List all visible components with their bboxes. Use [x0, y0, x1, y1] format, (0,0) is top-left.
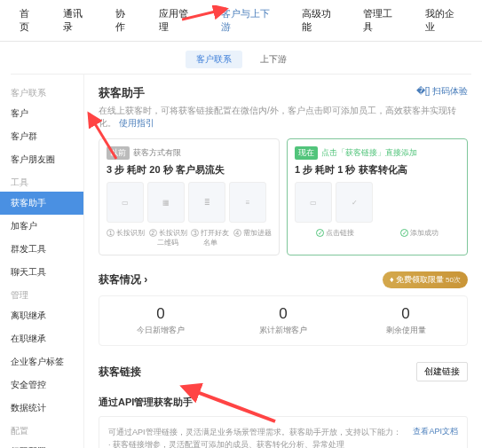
subtab-customer[interactable]: 客户联系 [186, 51, 242, 68]
thumb-icon: ≡ [229, 182, 266, 223]
sidebar: 客户联系 客户 客户群 客户朋友圈 工具 获客助手 加客户 群发工具 聊天工具 … [0, 75, 84, 448]
sidebar-group: 客户联系 [0, 82, 83, 102]
sidebar-item-perm[interactable]: 权限配置 [0, 440, 83, 448]
caption: ✓点击链接 [295, 228, 375, 238]
nav-apps[interactable]: 应用管理 [146, 0, 209, 41]
thumb-icon: ≣ [188, 182, 225, 223]
nav-advanced[interactable]: 高级功能 [289, 0, 352, 41]
sidebar-item-group[interactable]: 客户群 [0, 125, 83, 148]
stat-item: 0剩余使用量 [344, 305, 467, 336]
nav-customers[interactable]: 客户与上下游 [209, 0, 289, 41]
caption: 3打开好友名单 [191, 228, 230, 248]
nav-contacts[interactable]: 通讯录 [51, 0, 103, 41]
sidebar-item-customer[interactable]: 客户 [0, 102, 83, 125]
thumb-icon: ▦ [147, 182, 185, 223]
top-nav: 首页 通讯录 协作 应用管理 客户与上下游 高级功能 管理工具 我的企业 [0, 0, 482, 42]
sidebar-group: 工具 [0, 171, 83, 192]
caption: 2长按识别二维码 [149, 228, 188, 248]
sidebar-group: 管理 [0, 284, 83, 304]
sidebar-item-add[interactable]: 加客户 [0, 215, 83, 238]
section-title: 获客情况 › [99, 272, 147, 287]
thumb-icon: ▭ [295, 182, 332, 223]
section-title: 获客链接 [99, 365, 141, 380]
api-title: 通过API管理获客助手 [99, 396, 468, 409]
create-link-button[interactable]: 创建链接 [416, 362, 468, 381]
api-desc: 可通过API管理链接，灵活满足业务场景管理需求。获客助手开放，支持以下能力： [108, 426, 458, 438]
subtab-supply[interactable]: 上下游 [249, 51, 297, 68]
caption: ✓添加成功 [379, 228, 460, 238]
thumb-icon: ▭ [107, 182, 144, 223]
stats-row: 0今日新增客户 0累计新增客户 0剩余使用量 [99, 295, 468, 346]
stat-item: 0今日新增客户 [99, 305, 222, 336]
api-box: 查看API文档 可通过API管理链接，灵活满足业务场景管理需求。获客助手开放，支… [99, 416, 468, 448]
card-title: 1 步 耗时 1 秒 获客转化高 [295, 163, 460, 177]
nav-collab[interactable]: 协作 [103, 0, 146, 41]
caption: 4需加进题 [233, 228, 273, 248]
sidebar-item-acquire[interactable]: 获客助手 [0, 192, 83, 215]
sidebar-item-tags[interactable]: 企业客户标签 [0, 350, 83, 373]
main-content: �[] 扫码体验 获客助手 在线上获客时，可将获客链接配置在微信内/外，客户点击… [84, 75, 482, 448]
api-desc: · 获客链接增参，灵活配置可添加的成员、获客转化分析、异常处理 [108, 438, 458, 448]
card-title: 3 步 耗时 20 秒 客户易流失 [107, 163, 272, 177]
sidebar-item-stats[interactable]: 数据统计 [0, 397, 83, 420]
sub-tabs: 客户联系 上下游 [11, 45, 471, 75]
nav-tools[interactable]: 管理工具 [351, 0, 413, 41]
scan-link[interactable]: �[] 扫码体验 [416, 85, 468, 98]
badge-before: 以前 [107, 146, 130, 160]
sidebar-item-security[interactable]: 安全管控 [0, 373, 83, 397]
sidebar-item-moments[interactable]: 客户朋友圈 [0, 148, 83, 171]
sidebar-item-chat[interactable]: 聊天工具 [0, 261, 83, 284]
sidebar-item-resign[interactable]: 离职继承 [0, 304, 83, 327]
thumb-icon: ✓ [336, 182, 373, 223]
sidebar-item-mass[interactable]: 群发工具 [0, 238, 83, 261]
page-subtitle: 在线上获客时，可将获客链接配置在微信内/外，客户点击即可添加员工，高效获客并实现… [99, 105, 468, 130]
guide-link[interactable]: 使用指引 [119, 118, 154, 128]
page-title: 获客助手 [99, 85, 468, 101]
sidebar-item-onjob[interactable]: 在职继承 [0, 327, 83, 350]
caption: 1长按识别 [107, 228, 146, 248]
nav-enterprise[interactable]: 我的企业 [413, 0, 475, 41]
card-after: 现在点击「获客链接」直接添加 1 步 耗时 1 秒 获客转化高 ▭ ✓ ✓点击链… [287, 138, 468, 255]
sidebar-group: 配置 [0, 420, 83, 440]
card-before: 以前获客方式有限 3 步 耗时 20 秒 客户易流失 ▭ ▦ ≣ ≡ 1长按识别… [99, 138, 280, 255]
nav-home[interactable]: 首页 [7, 0, 51, 41]
stat-item: 0累计新增客户 [222, 305, 344, 336]
api-doc-link[interactable]: 查看API文档 [413, 426, 458, 437]
free-quota-button[interactable]: ♦ 免费领取限量50次 [383, 271, 468, 288]
badge-now: 现在 [295, 146, 318, 160]
